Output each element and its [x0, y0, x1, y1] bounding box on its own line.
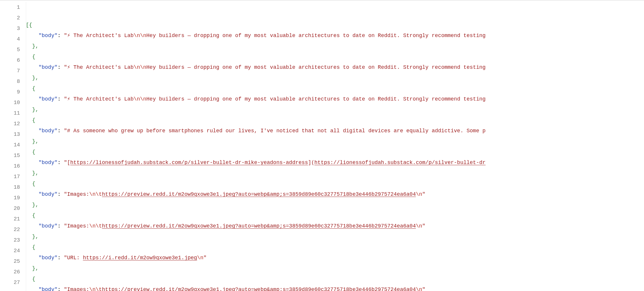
line-number: 3	[0, 23, 20, 34]
code-line[interactable]: },	[26, 231, 644, 242]
line-number: 2	[0, 13, 20, 23]
line-number: 22	[0, 224, 20, 235]
json-key: "body"	[38, 33, 58, 39]
code-line[interactable]: {	[26, 242, 644, 252]
line-number: 10	[0, 97, 20, 108]
line-number: 17	[0, 171, 20, 182]
json-key: "body"	[38, 128, 58, 134]
url-text[interactable]: https://preview.redd.it/m2ow9qxowe3e1.jp…	[102, 191, 416, 197]
json-key: "body"	[38, 160, 58, 165]
line-number: 16	[0, 161, 20, 171]
code-line[interactable]: "body": "URL: https://i.redd.it/m2ow9qxo…	[26, 252, 644, 263]
line-number: 26	[0, 267, 20, 277]
code-line[interactable]: "body": "⚡ The Architect's Lab\n\nHey bu…	[26, 30, 644, 41]
code-line[interactable]: "body": "Images:\n\thttps://preview.redd…	[26, 284, 644, 291]
code-line[interactable]: },	[26, 104, 644, 115]
json-key: "body"	[38, 64, 58, 70]
json-key: "body"	[38, 287, 58, 291]
line-number: 15	[0, 150, 20, 161]
code-line[interactable]: {	[26, 83, 644, 94]
json-key: "body"	[38, 191, 58, 197]
code-line[interactable]: "body": "⚡ The Architect's Lab\n\nHey bu…	[26, 94, 644, 104]
json-key: "body"	[38, 255, 58, 261]
url-text[interactable]: https://preview.redd.it/m2ow9qxowe3e1.jp…	[102, 287, 416, 291]
json-key: "body"	[38, 223, 58, 229]
line-number: 7	[0, 66, 20, 76]
url-text[interactable]: https://lionessofjudah.substack.com/p/si…	[314, 160, 485, 165]
code-line[interactable]: },	[26, 41, 644, 51]
indent-guide	[26, 2, 26, 291]
code-line[interactable]: "body": "Images:\n\thttps://preview.redd…	[26, 221, 644, 231]
url-text[interactable]: https://lionessofjudah.substack.com/p/si…	[70, 160, 308, 165]
line-number: 19	[0, 193, 20, 203]
line-number: 23	[0, 235, 20, 245]
code-line[interactable]: },	[26, 263, 644, 274]
line-number: 21	[0, 214, 20, 224]
line-number: 13	[0, 129, 20, 140]
line-number: 24	[0, 245, 20, 256]
line-number: 1	[0, 2, 20, 13]
code-line[interactable]: {	[26, 210, 644, 221]
code-area[interactable]: [{ "body": "⚡ The Architect's Lab\n\nHey…	[23, 0, 644, 291]
code-line[interactable]: "body": "[https://lionessofjudah.substac…	[26, 157, 644, 168]
line-number: 14	[0, 140, 20, 150]
code-line[interactable]: "body": "Images:\n\thttps://preview.redd…	[26, 189, 644, 200]
line-number: 9	[0, 87, 20, 97]
json-key: "body"	[38, 96, 58, 102]
line-number: 25	[0, 256, 20, 267]
code-line[interactable]: },	[26, 168, 644, 178]
line-number: 11	[0, 108, 20, 118]
code-line[interactable]: "body": "⚡ The Architect's Lab\n\nHey bu…	[26, 62, 644, 73]
code-line[interactable]: },	[26, 136, 644, 147]
code-editor[interactable]: 1234567891011121314151617181920212223242…	[0, 0, 644, 291]
code-line[interactable]: {	[26, 51, 644, 62]
code-line[interactable]: {	[26, 178, 644, 189]
code-line[interactable]: {	[26, 115, 644, 126]
line-number: 5	[0, 44, 20, 55]
line-number: 18	[0, 182, 20, 193]
url-text[interactable]: https://i.redd.it/m2ow9qxowe3e1.jpeg	[83, 255, 197, 261]
line-number: 4	[0, 34, 20, 44]
code-line[interactable]: {	[26, 147, 644, 157]
code-line[interactable]: },	[26, 200, 644, 210]
line-number: 6	[0, 55, 20, 66]
url-text[interactable]: https://preview.redd.it/m2ow9qxowe3e1.jp…	[102, 223, 416, 229]
line-number: 20	[0, 203, 20, 214]
line-number: 12	[0, 118, 20, 129]
line-number: 27	[0, 277, 20, 288]
code-line[interactable]: [{	[26, 20, 644, 30]
line-number: 8	[0, 76, 20, 87]
code-line[interactable]: "body": "# As someone who grew up before…	[26, 126, 644, 136]
line-number-gutter: 1234567891011121314151617181920212223242…	[0, 0, 23, 291]
code-line[interactable]: },	[26, 73, 644, 83]
code-line[interactable]: {	[26, 274, 644, 284]
